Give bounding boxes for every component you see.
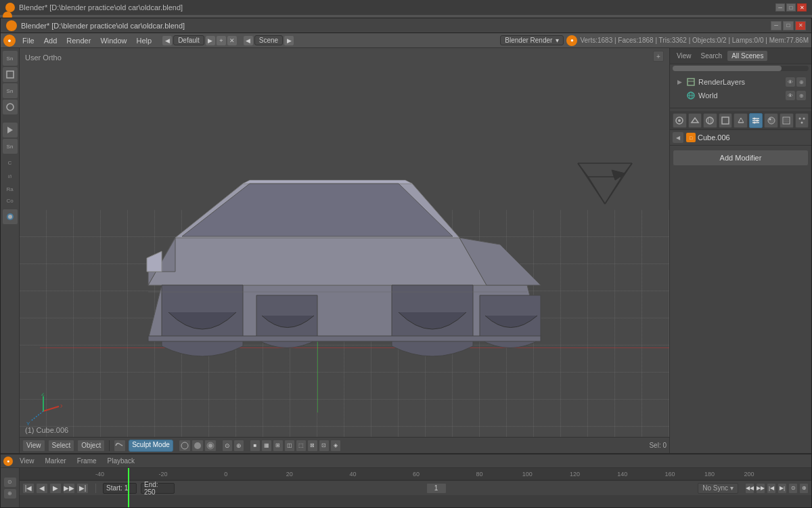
renderlayers-toggle[interactable]: ▶ — [675, 78, 683, 86]
right-panel-scrollbar[interactable] — [673, 66, 809, 71]
sidebar-btn-2[interactable] — [3, 67, 18, 82]
prop-scene-btn[interactable] — [688, 113, 702, 128]
workspace-selector[interactable]: Default — [173, 35, 204, 45]
ruler-mark-100: 100 — [522, 471, 533, 478]
workspace-remove-btn[interactable]: ✕ — [227, 36, 237, 45]
object-back-btn[interactable]: ◀ — [673, 132, 683, 143]
menu-item-render[interactable]: Render — [62, 35, 95, 46]
scene-prev-btn[interactable]: ◀ — [244, 36, 253, 45]
prop-texture-btn[interactable] — [780, 113, 794, 128]
timeline-icon-2[interactable]: ⊕ — [4, 489, 16, 499]
overlay-6[interactable]: ⊠ — [307, 440, 318, 452]
ruler-mark-80: 80 — [476, 471, 483, 478]
prop-object-btn[interactable] — [719, 113, 733, 128]
workspace-prev-btn[interactable]: ◀ — [162, 36, 172, 45]
start-frame-field[interactable]: Start: 1 — [103, 483, 137, 494]
menu-item-help[interactable]: Help — [133, 35, 156, 46]
svg-point-42 — [769, 118, 771, 120]
bg-close-btn[interactable]: ✕ — [797, 3, 807, 12]
sidebar-bottom-btn[interactable] — [3, 209, 18, 224]
camera-wireframe — [574, 156, 629, 211]
scene-selector[interactable]: Scene — [254, 35, 283, 45]
menu-item-window[interactable]: Window — [96, 35, 131, 46]
skip-start-btn[interactable]: |◀ — [22, 483, 35, 494]
frame-field[interactable]: 1 — [426, 483, 447, 494]
prop-particles-btn[interactable] — [795, 113, 809, 128]
scene-item-renderlayers[interactable]: ▶ RenderLayers 👁 ⊕ — [673, 75, 809, 89]
prop-world-btn[interactable] — [703, 113, 717, 128]
timeline-menu-marker[interactable]: Marker — [41, 456, 70, 466]
maximize-btn[interactable]: □ — [783, 21, 794, 30]
play-btn[interactable]: ▶ — [49, 483, 62, 494]
world-eye-btn[interactable]: 👁 — [786, 91, 795, 100]
bg-minimize-btn[interactable]: ─ — [775, 3, 785, 12]
viewport-3d[interactable]: User Ortho — [20, 48, 669, 453]
frame-step-1[interactable]: ◀◀ — [745, 483, 754, 494]
world-render-btn[interactable]: ⊕ — [796, 91, 806, 100]
frame-step-2[interactable]: ▶▶ — [756, 483, 765, 494]
end-frame-field[interactable]: End: 250 — [141, 483, 175, 494]
sidebar-btn-1[interactable]: Sn — [3, 51, 18, 66]
rp-tab-all-scenes[interactable]: All Scenes — [727, 51, 767, 61]
timeline-playhead[interactable] — [128, 468, 129, 507]
shading-texture-btn[interactable] — [204, 440, 217, 452]
timeline-menu-view[interactable]: View — [16, 456, 39, 466]
overlay-3[interactable]: ⊞ — [273, 440, 284, 452]
engine-pill[interactable]: Blender Render ▾ — [500, 35, 564, 45]
sidebar-btn-4[interactable] — [3, 100, 18, 114]
timeline-menu-playback[interactable]: Playback — [104, 456, 139, 466]
prop-render-btn[interactable] — [673, 113, 687, 128]
sculpt-icon-btn[interactable] — [114, 440, 126, 452]
workspace-next-btn[interactable]: ▶ — [206, 36, 215, 45]
prev-frame-btn[interactable]: ◀ — [36, 483, 48, 494]
viewport-toolbar: View Select Object Sculpt Mode — [20, 437, 669, 453]
menu-item-add[interactable]: Add — [40, 35, 62, 46]
menu-item-file[interactable]: File — [18, 35, 39, 46]
overlay-7[interactable]: ⊡ — [319, 440, 330, 452]
renderlayers-eye-btn[interactable]: 👁 — [786, 77, 795, 87]
svg-point-22 — [181, 442, 188, 449]
mode-selector[interactable]: Sculpt Mode — [129, 440, 173, 452]
sidebar-playback-btn[interactable] — [3, 123, 18, 137]
view-btn[interactable]: View — [22, 440, 45, 452]
add-modifier-btn[interactable]: Add Modifier — [673, 150, 809, 166]
select-btn[interactable]: Select — [48, 440, 75, 452]
rp-tab-search[interactable]: Search — [697, 51, 727, 61]
frame-step-4[interactable]: ▶| — [777, 483, 787, 494]
close-btn[interactable]: ✕ — [795, 21, 806, 30]
prop-material-btn[interactable] — [764, 113, 778, 128]
overlay-4[interactable]: ◫ — [284, 440, 295, 452]
sidebar-btn-3[interactable]: Sn — [3, 83, 18, 98]
no-sync-selector[interactable]: No Sync ▾ — [698, 483, 738, 494]
renderlayers-render-btn[interactable]: ⊕ — [796, 77, 806, 87]
next-frame-btn[interactable]: ▶▶ — [63, 483, 75, 494]
timeline-menu-frame[interactable]: Frame — [73, 456, 101, 466]
shading-solid-btn[interactable] — [191, 440, 204, 452]
overlay-5[interactable]: ⬚ — [296, 440, 307, 452]
viewport-plus-btn[interactable]: + — [653, 51, 664, 62]
workspace-add-btn[interactable]: + — [217, 36, 226, 45]
rp-tab-view[interactable]: View — [673, 51, 696, 61]
playback-controls: |◀ ◀ ▶ ▶▶ ▶| — [22, 483, 89, 494]
skip-end-btn[interactable]: ▶| — [76, 483, 89, 494]
prop-mesh-btn[interactable] — [734, 113, 748, 128]
svg-line-14 — [605, 163, 632, 204]
render-2-btn[interactable]: ⊕ — [233, 440, 244, 452]
sidebar-step-btn[interactable]: Sn — [3, 139, 18, 154]
object-btn[interactable]: Object — [77, 440, 105, 452]
scene-item-world[interactable]: ▶ World 👁 ⊕ — [673, 89, 809, 102]
shading-wire-btn[interactable] — [179, 440, 191, 452]
overlay-8[interactable]: ◈ — [330, 440, 341, 452]
overlay-1[interactable]: ■ — [250, 440, 261, 452]
render-1-btn[interactable]: ⊙ — [222, 440, 233, 452]
frame-step-3[interactable]: |◀ — [767, 483, 776, 494]
overlay-2[interactable]: ▦ — [261, 440, 272, 452]
bg-maximize-btn[interactable]: □ — [786, 3, 796, 12]
timeline-icon-1[interactable]: ⊙ — [4, 478, 16, 487]
scene-next-btn[interactable]: ▶ — [284, 36, 294, 45]
prop-modifier-btn[interactable] — [749, 113, 763, 128]
minimize-btn[interactable]: ─ — [771, 21, 782, 30]
frame-step-6[interactable]: ⊕ — [799, 483, 809, 494]
frame-step-5[interactable]: ⊙ — [788, 483, 798, 494]
object-name: Cube.006 — [698, 133, 730, 142]
